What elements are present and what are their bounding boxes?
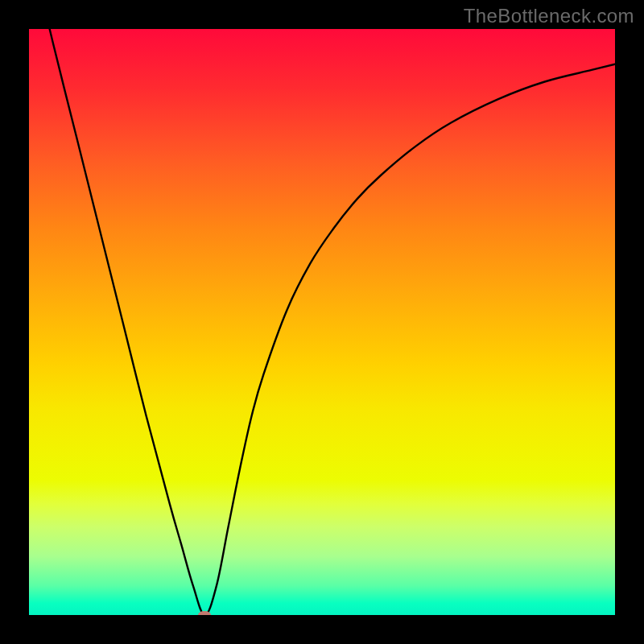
optimum-marker <box>198 611 211 615</box>
branding-watermark: TheBottleneck.com <box>464 5 634 27</box>
chart-frame: TheBottleneck.com <box>0 0 644 644</box>
chart-curve-svg <box>29 29 615 615</box>
bottleneck-curve <box>29 29 615 615</box>
chart-plot-area <box>29 29 615 615</box>
